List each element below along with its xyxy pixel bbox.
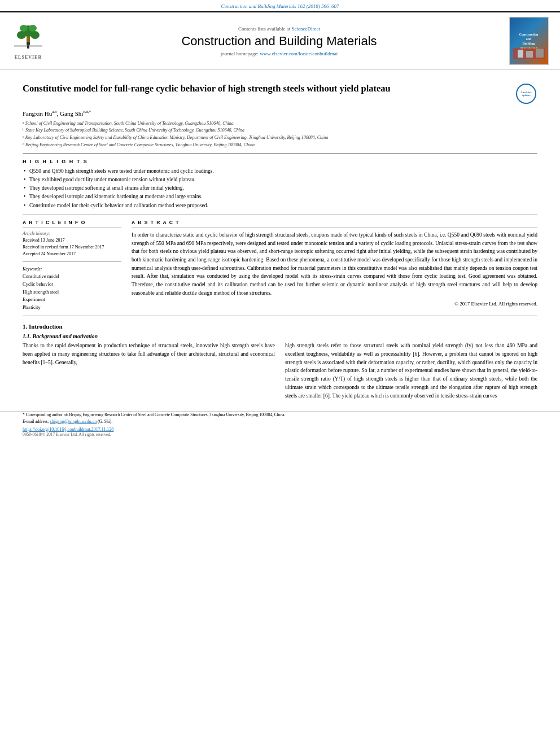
abstract-text: In order to characterize static and cycl… (132, 231, 537, 298)
history-accepted: Accepted 24 November 2017 (23, 251, 121, 257)
article-title-row: Constitutive model for full-range cyclic… (23, 82, 537, 105)
section-title: 1. Introduction (23, 323, 537, 330)
keyword-5: Plasticity (23, 304, 121, 312)
history-revised: Received in revised form 17 November 201… (23, 244, 121, 250)
article-info-col: A R T I C L E I N F O Article history: R… (23, 220, 121, 312)
page: Construction and Building Materials 162 … (0, 0, 560, 747)
svg-point-4 (30, 31, 40, 39)
keywords-label: Keywords: (23, 267, 121, 272)
author1-name: Fangxin Hu (23, 110, 52, 117)
highlight-3: They developed isotropic softening at sm… (23, 184, 537, 193)
science-direct-line: Contents lists available at ScienceDirec… (56, 26, 502, 32)
footer-doi-link[interactable]: https://doi.org/10.1016/j.conbuildmat.20… (23, 427, 537, 432)
article-title-text: Constitutive model for full-range cyclic… (23, 82, 509, 95)
cover-image: ConstructionandBuilding MATERIALS (509, 17, 549, 65)
author2-sup: c,d,* (83, 110, 91, 114)
svg-point-6 (29, 25, 37, 32)
intro-left-text: Thanks to the rapid development in produ… (23, 342, 275, 366)
affiliations: a School of Civil Engineering and Transp… (23, 120, 537, 149)
svg-rect-8 (27, 45, 29, 49)
highlights-list: Q550 and Q690 high strength steels were … (23, 167, 537, 210)
affil-2: b State Key Laboratory of Subtropical Bu… (23, 127, 537, 134)
highlight-5: Constitutive model for their cyclic beha… (23, 202, 537, 210)
author2-name: Gang Shi (60, 110, 83, 117)
svg-rect-11 (526, 51, 533, 58)
authors-line: Fangxin Hua,b, Gang Shic,d,* (23, 110, 537, 117)
svg-point-3 (17, 31, 26, 39)
journal-title-center: Contents lists available at ScienceDirec… (56, 26, 502, 56)
highlight-4: They developed isotropic and kinematic h… (23, 193, 537, 201)
svg-point-7 (27, 42, 30, 45)
intro-left-col: Thanks to the rapid development in produ… (23, 342, 275, 400)
elsevier-logo: ELSEVIER (6, 23, 51, 60)
journal-cover: ConstructionandBuilding MATERIALS (508, 17, 550, 65)
journal-main-title: Construction and Building Materials (56, 34, 502, 49)
check-updates: Check for updates (515, 82, 537, 105)
abstract-col: A B S T R A C T In order to characterize… (132, 220, 537, 312)
highlight-2: They exhibited good ductility under mono… (23, 176, 537, 184)
svg-rect-12 (536, 49, 544, 58)
footer-email-link[interactable]: shigang@tsinghua.edu.cn (50, 419, 97, 424)
svg-point-5 (20, 25, 28, 32)
introduction-section: 1. Introduction 1.1. Background and moti… (23, 323, 537, 400)
check-updates-circle: Check for updates (516, 84, 536, 104)
keyword-3: High strength steel (23, 289, 121, 296)
article-info-abstract: A R T I C L E I N F O Article history: R… (23, 220, 537, 312)
keyword-4: Experiment (23, 296, 121, 304)
subsection-title: 1.1. Background and motivation (23, 333, 537, 339)
keywords-section: Keywords: Constitutive model Cyclic beha… (23, 267, 121, 311)
history-received: Received 13 June 2017 (23, 237, 121, 243)
journal-citation: Construction and Building Materials 162 … (0, 0, 560, 11)
intro-body-cols: Thanks to the rapid development in produ… (23, 342, 537, 400)
journal-header: ELSEVIER Contents lists available at Sci… (0, 11, 560, 70)
affil-4: d Beijing Engineering Research Center of… (23, 142, 537, 149)
article-content: Constitutive model for full-range cyclic… (0, 70, 560, 405)
journal-homepage: journal homepage: www.elsevier.com/locat… (56, 51, 502, 56)
check-updates-text: Check for updates (517, 91, 535, 97)
intro-right-text: high strength steels refer to those stru… (285, 342, 537, 400)
footer-email-line: E-mail address: shigang@tsinghua.edu.cn … (23, 418, 537, 425)
intro-right-col: high strength steels refer to those stru… (285, 342, 537, 400)
divider-after-abstract (23, 316, 537, 316)
history-label: Article history: (23, 231, 121, 236)
svg-rect-10 (518, 50, 523, 58)
science-direct-link[interactable]: ScienceDirect (292, 26, 320, 32)
keyword-1: Constitutive model (23, 273, 121, 281)
cover-subtitle: MATERIALS (520, 46, 537, 49)
affil-1: a School of Civil Engineering and Transp… (23, 120, 537, 128)
article-info-label: A R T I C L E I N F O (23, 220, 121, 225)
affil-3: c Key Laboratory of Civil Engineering Sa… (23, 134, 537, 142)
footer-corresponding-note: * Corresponding author at: Beijing Engin… (23, 412, 537, 418)
elsevier-tree-icon (11, 23, 45, 54)
elsevier-label: ELSEVIER (15, 55, 42, 60)
footer-issn: 0950-0618/© 2017 Elsevier Ltd. All right… (23, 432, 537, 437)
highlights-label: H I G H L I G H T S (23, 159, 537, 164)
journal-citation-text: Construction and Building Materials 162 … (221, 3, 339, 9)
abstract-label: A B S T R A C T (132, 220, 537, 225)
journal-homepage-url[interactable]: www.elsevier.com/locate/conbuildmat (260, 51, 338, 56)
footer: * Corresponding author at: Beijing Engin… (0, 411, 560, 440)
cover-title: ConstructionandBuilding (519, 33, 539, 46)
divider-after-affil (23, 154, 537, 154)
keyword-2: Cyclic behavior (23, 281, 121, 289)
highlight-1: Q550 and Q690 high strength steels were … (23, 167, 537, 176)
copyright-line: © 2017 Elsevier Ltd. All rights reserved… (132, 301, 537, 307)
author1-sup: a,b (52, 110, 56, 114)
divider-after-highlights (23, 215, 537, 215)
